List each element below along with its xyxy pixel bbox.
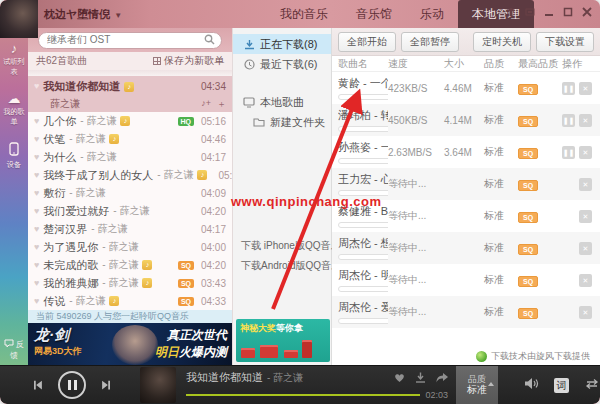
plus-icon[interactable]: ＋ — [217, 98, 226, 111]
close-icon[interactable]: ✕ — [579, 114, 592, 127]
song-row[interactable]: ♥ 传说 薛之谦 ♪ SQ 04:33 — [28, 292, 232, 310]
timed-shutdown-button[interactable]: 定时关机 — [473, 32, 531, 52]
seek-bar[interactable] — [186, 394, 420, 396]
max-quality-badge[interactable]: SQ — [518, 212, 538, 223]
table-row[interactable]: 周杰伦 - 爱你没差.mp3 等待中... 标准 SQ ❚❚ ✕ — [332, 296, 600, 328]
tab-my-music[interactable]: 我的音乐 — [266, 0, 342, 28]
max-quality-badge[interactable]: SQ — [518, 180, 538, 191]
table-row[interactable]: 黄龄 - 一个人想你.mp3 423KB/S 4.46M 标准 SQ ❚❚ ✕ — [332, 72, 600, 104]
lyrics-button[interactable]: 词 — [554, 378, 569, 393]
close-icon[interactable] — [582, 7, 592, 17]
mv-icon[interactable]: ♪ — [120, 116, 130, 126]
game-ad-banner[interactable]: 龙·剑 网易3D大作 真正次世代 明日火爆内测 — [28, 323, 232, 365]
heart-icon[interactable]: ♥ — [34, 171, 39, 180]
song-row[interactable]: ♥ 几个你 薛之谦 ♪ HQ 05:16 — [28, 112, 232, 130]
song-row[interactable]: ♥ 为了遇见你 薛之谦 ♪ 04:00 — [28, 238, 232, 256]
volume-icon[interactable] — [524, 376, 539, 394]
table-row[interactable]: 周杰伦 - 明明就.mp3 等待中... 标准 SQ ❚❚ ✕ — [332, 264, 600, 296]
mv-icon[interactable]: ♪ — [142, 278, 152, 288]
heart-icon[interactable]: ♥ — [34, 135, 39, 144]
max-quality-badge[interactable]: SQ — [518, 148, 538, 159]
max-quality-badge[interactable]: SQ — [518, 308, 538, 319]
mv-icon[interactable]: ♪ — [142, 260, 152, 270]
skin-icon[interactable] — [506, 7, 516, 17]
search-icon[interactable] — [204, 31, 215, 49]
share-icon[interactable] — [436, 373, 448, 383]
song-row[interactable]: ♥ 楚河汉界 薛之谦 ♪ 04:17 — [28, 220, 232, 238]
download-settings-button[interactable]: 下载设置 — [536, 32, 594, 52]
search-box[interactable] — [38, 32, 222, 49]
table-row[interactable]: 王力宏 - 心跳.mp3 等待中... 标准 SQ ❚❚ ✕ — [332, 168, 600, 200]
table-row[interactable]: 蔡健雅 - Beautiful Love.mp3 等待中... 标准 SQ ❚❚… — [332, 200, 600, 232]
iphone-app-link[interactable]: 下载 iPhone版QQ音乐 — [233, 236, 331, 256]
rail-item-my-playlists[interactable]: ☁ 我的歌单 — [0, 92, 28, 128]
heart-icon[interactable]: ♥ — [34, 225, 39, 234]
start-all-button[interactable]: 全部开始 — [338, 32, 396, 52]
quality-selector[interactable]: 品质 标准 — [456, 366, 498, 404]
close-icon[interactable]: ✕ — [579, 306, 592, 319]
pause-all-button[interactable]: 全部暂停 — [401, 32, 459, 52]
feedback-button[interactable]: 反馈 — [0, 339, 28, 361]
like-icon[interactable] — [394, 373, 405, 383]
search-input[interactable] — [45, 34, 204, 47]
song-row[interactable]: ♥ 我的雅典娜 薛之谦 ♪ SQ 03:43 — [28, 274, 232, 292]
max-quality-badge[interactable]: SQ — [518, 116, 538, 127]
song-row[interactable]: ♥ 伏笔 薛之谦 ♪ 04:46 — [28, 130, 232, 148]
heart-icon[interactable]: ♥ — [34, 153, 39, 162]
table-row[interactable]: 潘玮柏 - 转机 (国语版).mp3 450KB/S 4.14M 标准 SQ ❚… — [332, 104, 600, 136]
heart-icon[interactable]: ♥ — [34, 117, 39, 126]
prize-ad-banner[interactable]: 神秘大奖等你拿 — [236, 319, 330, 362]
song-row[interactable]: ♥ 我们爱过就好 薛之谦 ♪ 04:20 — [28, 202, 232, 220]
username[interactable]: 枕边ヤ堕情倪▼ — [44, 7, 122, 22]
table-row[interactable]: 周杰伦 - 想见.mp3 等待中... 标准 SQ ❚❚ ✕ — [332, 232, 600, 264]
heart-icon[interactable]: ♥ — [34, 243, 39, 252]
close-icon[interactable]: ✕ — [579, 274, 592, 287]
mv-icon[interactable]: ♪ — [109, 296, 119, 306]
heart-icon[interactable]: ♥ — [34, 261, 39, 270]
now-playing-title[interactable]: 我知道你都知道 — [186, 370, 263, 385]
table-row[interactable]: 孙燕姿 - 一样的夏天.mp3 2.63MB/S 3.64M 标准 SQ ❚❚ … — [332, 136, 600, 168]
add-singer-icon[interactable]: ♪+ — [201, 98, 211, 111]
next-button[interactable] — [99, 378, 114, 392]
close-icon[interactable]: ✕ — [579, 82, 592, 95]
mv-icon[interactable]: ♪ — [109, 134, 119, 144]
heart-icon[interactable]: ♥ — [34, 297, 39, 306]
pause-icon[interactable]: ❚❚ — [562, 82, 575, 95]
repeat-icon[interactable] — [584, 376, 600, 394]
pause-icon[interactable]: ❚❚ — [562, 114, 575, 127]
heart-icon[interactable]: ♥ — [34, 189, 39, 198]
maximize-icon[interactable] — [563, 7, 573, 17]
minimize-icon[interactable] — [544, 7, 554, 17]
tab-music-hall[interactable]: 音乐馆 — [342, 0, 406, 28]
nav-item-downloading[interactable]: 正在下载(8) — [233, 34, 331, 54]
album-art[interactable] — [140, 367, 176, 403]
max-quality-badge[interactable]: SQ — [518, 244, 538, 255]
song-row[interactable]: ♥ 我终于成了别人的女人 薛之谦 ♪ 05:05 — [28, 166, 232, 184]
song-row[interactable]: ♥ 为什么 薛之谦 ♪ 04:17 — [28, 148, 232, 166]
mini-mode-icon[interactable] — [525, 7, 535, 17]
mv-icon[interactable]: ♪ — [197, 170, 207, 180]
save-as-playlist-button[interactable]: 保存为新歌单 — [153, 54, 224, 68]
heart-icon[interactable]: ♥ — [34, 207, 39, 216]
heart-icon[interactable]: ♥ — [34, 82, 39, 91]
heart-icon[interactable]: ♥ — [34, 279, 39, 288]
song-row[interactable]: ♥ 敷衍 薛之谦 ♪ 04:09 — [28, 184, 232, 202]
rail-item-devices[interactable]: 设备 — [0, 142, 28, 170]
previous-button[interactable] — [30, 378, 45, 392]
close-icon[interactable]: ✕ — [579, 242, 592, 255]
nav-item-local-songs[interactable]: 本地歌曲 — [233, 92, 331, 112]
avatar[interactable] — [0, 0, 38, 38]
pause-button[interactable] — [58, 371, 86, 399]
nav-item-recent-downloads[interactable]: 最近下载(6) — [233, 54, 331, 74]
download-icon[interactable] — [415, 372, 426, 383]
android-app-link[interactable]: 下载Android版QQ音乐 — [233, 256, 331, 276]
song-row[interactable]: ♥ 未完成的歌 薛之谦 ♪ SQ 04:20 — [28, 256, 232, 274]
close-icon[interactable]: ✕ — [579, 178, 592, 191]
current-song-artist[interactable]: 薛之谦 — [50, 97, 80, 111]
current-song-row[interactable]: ♥ 我知道你都知道 ♪ 04:34 薛之谦 ♪+ ＋ — [28, 76, 232, 112]
tab-ledong[interactable]: 乐动 — [406, 0, 458, 28]
mv-icon[interactable]: ♪ — [124, 82, 134, 92]
close-icon[interactable]: ✕ — [579, 210, 592, 223]
max-quality-badge[interactable]: SQ — [518, 84, 538, 95]
max-quality-badge[interactable]: SQ — [518, 276, 538, 287]
